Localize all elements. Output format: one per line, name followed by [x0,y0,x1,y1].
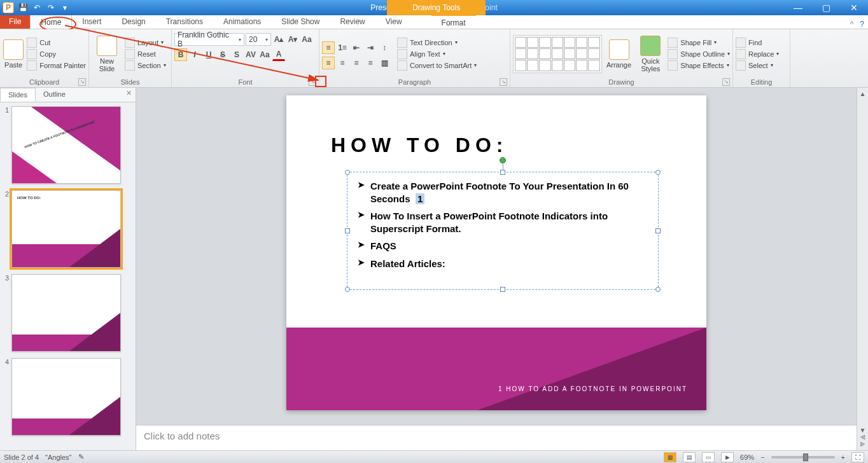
char-spacing-button[interactable]: AV [244,48,257,61]
section-button[interactable]: Section▾ [125,60,166,71]
notes-pane[interactable]: Click to add notes [136,425,857,450]
format-painter-button[interactable]: Format Painter [27,60,86,71]
shape-fill-button[interactable]: Shape Fill▾ [668,38,730,48]
tab-transitions[interactable]: Transitions [156,15,213,29]
resize-handle-tl[interactable] [345,170,350,175]
window-minimize-button[interactable]: — [784,0,812,15]
window-close-button[interactable]: ✕ [840,0,868,15]
shape-outline-button[interactable]: Shape Outline▾ [668,49,730,59]
qat-customize-icon[interactable]: ▾ [60,3,70,13]
qat-undo-icon[interactable]: ↶ [32,3,42,13]
align-right-button[interactable]: ≡ [350,57,363,69]
change-case-button[interactable]: Aa [258,48,271,61]
strike-button[interactable]: S [216,48,229,61]
slide-thumbnail-2[interactable]: HOW TO DO: [11,190,121,268]
clear-formatting-button[interactable]: Aa [300,33,313,46]
justify-button[interactable]: ≡ [364,57,377,69]
shrink-font-button[interactable]: A▾ [286,33,299,46]
fit-to-window-button[interactable]: ⛶ [851,452,864,462]
tab-format[interactable]: Format [431,15,476,29]
arrange-button[interactable]: Arrange [605,33,634,75]
bold-button[interactable]: B [174,48,187,61]
rotate-handle[interactable] [500,157,506,163]
normal-view-button[interactable]: ▦ [664,452,676,462]
align-text-button[interactable]: Align Text▾ [397,49,477,59]
resize-handle-mt[interactable] [500,170,505,175]
replace-button[interactable]: Replace▾ [736,49,779,59]
prev-slide-icon[interactable]: ⫷ [860,434,866,441]
scroll-down-icon[interactable]: ▼ [860,427,866,434]
content-textbox[interactable]: Create a PowerPoint Footnote To Your Pre… [347,172,659,290]
zoom-in-button[interactable]: + [841,453,845,461]
window-maximize-button[interactable]: ▢ [812,0,840,15]
slide-thumbnail-1[interactable]: HOW TO CREATE A FOOTNOTE IN POWERPOINT [11,106,121,184]
resize-handle-br[interactable] [655,287,661,292]
qat-redo-icon[interactable]: ↷ [46,3,56,13]
increase-indent-button[interactable]: ⇥ [364,41,377,54]
text-direction-button[interactable]: Text Direction▾ [397,38,477,48]
slideshow-view-button[interactable]: ▶ [721,452,734,462]
footnote-text[interactable]: 1 HOW TO ADD A FOOTNOTE IN POWERPOINT [498,385,687,392]
convert-smartart-button[interactable]: Convert to SmartArt▾ [397,60,477,71]
scroll-up-icon[interactable]: ▲ [860,90,866,97]
numbering-button[interactable]: 1≡ [336,41,349,54]
spellcheck-icon[interactable]: ✎ [78,453,84,461]
reset-button[interactable]: Reset [125,49,166,59]
tab-review[interactable]: Review [330,15,375,29]
align-left-button[interactable]: ≡ [322,57,335,69]
resize-handle-ml[interactable] [345,228,350,233]
paragraph-dialog-launcher[interactable]: ↘ [500,78,507,86]
resize-handle-mb[interactable] [500,287,505,292]
resize-handle-bl[interactable] [345,287,350,292]
bullet-list[interactable]: Create a PowerPoint Footnote To Your Pre… [347,172,658,282]
new-slide-button[interactable]: New Slide [92,33,122,75]
copy-button[interactable]: Copy [27,49,86,59]
drawing-dialog-launcher[interactable]: ↘ [722,78,730,86]
tab-insert[interactable]: Insert [72,15,111,29]
grow-font-button[interactable]: A▴ [272,33,285,46]
tab-animations[interactable]: Animations [213,15,271,29]
align-center-button[interactable]: ≡ [336,57,349,69]
font-name-select[interactable]: Franklin Gothic B▾ [174,33,244,46]
zoom-out-button[interactable]: − [760,453,764,461]
tab-slideshow[interactable]: Slide Show [271,15,330,29]
close-panel-icon[interactable]: ✕ [122,88,136,102]
bullet-4[interactable]: Related Articles: [358,258,648,270]
select-button[interactable]: Select▾ [736,60,779,71]
next-slide-icon[interactable]: ⫸ [860,441,866,448]
layout-button[interactable]: Layout▾ [125,38,166,48]
font-dialog-launcher[interactable]: ↘ [309,78,316,86]
tab-file[interactable]: File [0,15,30,29]
decrease-indent-button[interactable]: ⇤ [350,41,363,54]
resize-handle-tr[interactable] [655,170,661,175]
font-size-select[interactable]: 20▾ [246,33,271,46]
slide-canvas[interactable]: HOW TO DO: Create a PowerPoint Footnote … [136,88,857,425]
tab-home[interactable]: Home [30,15,72,29]
paste-button[interactable]: Paste [3,33,24,75]
clipboard-dialog-launcher[interactable]: ↘ [78,78,86,86]
vertical-scrollbar[interactable]: ▲ ▼ ⫷ ⫸ [857,88,868,450]
shapes-gallery[interactable] [513,35,602,73]
bullet-3[interactable]: FAQS [358,240,648,252]
outline-tab[interactable]: Outline [36,88,73,102]
slides-tab[interactable]: Slides [0,88,36,102]
columns-button[interactable]: ▥ [378,57,391,69]
ribbon-minimize-icon[interactable]: ^ [850,20,854,29]
help-icon[interactable]: ? [860,20,864,29]
slide-thumbnail-4[interactable] [11,358,121,436]
resize-handle-mr[interactable] [655,228,661,233]
italic-button[interactable]: I [188,48,201,61]
zoom-slider[interactable] [771,456,835,459]
tab-design[interactable]: Design [111,15,155,29]
shadow-button[interactable]: S [230,48,243,61]
line-spacing-button[interactable]: ↕ [378,41,391,54]
bullet-1[interactable]: Create a PowerPoint Footnote To Your Pre… [358,180,648,205]
reading-view-button[interactable]: ▭ [702,452,715,462]
bullets-button[interactable]: ≡ [322,41,335,54]
bullet-2[interactable]: How To Insert a PowerPoint Footnote Indi… [358,210,648,235]
cut-button[interactable]: Cut [27,38,86,48]
underline-button[interactable]: U [202,48,215,61]
qat-save-icon[interactable]: 💾 [18,3,28,13]
quick-styles-button[interactable]: Quick Styles [636,33,665,75]
slide-title[interactable]: HOW TO DO: [331,134,508,157]
